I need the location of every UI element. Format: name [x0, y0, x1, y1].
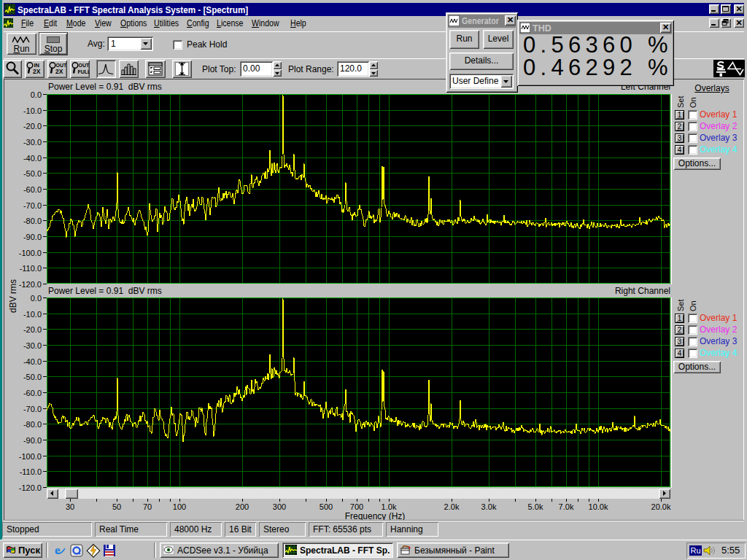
svg-text:2X: 2X	[33, 68, 41, 75]
svg-text:FULL: FULL	[78, 69, 90, 74]
svg-text:2X: 2X	[55, 68, 63, 75]
svg-text:OUT: OUT	[79, 63, 90, 68]
svg-text:e: e	[55, 544, 61, 557]
svg-text:OUT: OUT	[56, 63, 68, 68]
